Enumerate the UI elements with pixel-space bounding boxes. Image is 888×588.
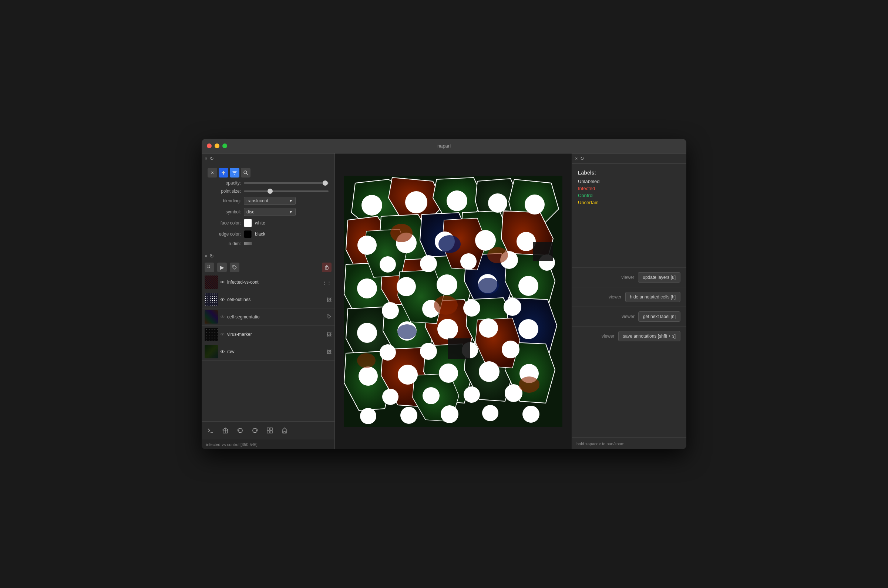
opacity-slider[interactable] <box>244 182 329 184</box>
svg-point-51 <box>446 190 467 211</box>
symbol-row: symbol: disc ▼ <box>204 206 332 218</box>
svg-point-99 <box>487 247 508 263</box>
svg-point-79 <box>420 343 437 360</box>
face-color-swatch[interactable] <box>244 219 252 227</box>
svg-point-52 <box>488 194 507 213</box>
save-annotations-btn[interactable]: save annotations [shfit + s] <box>618 331 681 341</box>
svg-point-53 <box>525 195 545 214</box>
layer-row[interactable]: 👁 raw 🖼 <box>202 343 335 361</box>
properties-section: × + opacity <box>202 164 335 251</box>
layer-type-icon: ⋮⋮ <box>322 280 332 285</box>
window-title: napari <box>437 143 451 148</box>
panel-refresh-icon[interactable]: ↻ <box>210 156 214 161</box>
layer-type-icon: 🖼 <box>327 297 332 303</box>
grid-btn[interactable] <box>264 424 276 436</box>
svg-rect-15 <box>267 431 269 433</box>
minimize-button[interactable] <box>215 144 219 148</box>
svg-rect-17 <box>284 432 285 433</box>
symbol-dropdown[interactable]: disc ▼ <box>244 208 296 216</box>
svg-point-50 <box>405 191 427 213</box>
face-color-label: face color: <box>207 220 241 226</box>
face-color-name: white <box>255 220 265 226</box>
layer-name: cell-outlines <box>227 297 325 302</box>
console-btn[interactable] <box>204 424 216 436</box>
filter-btn[interactable] <box>230 168 239 177</box>
svg-point-76 <box>479 318 498 338</box>
svg-point-95 <box>523 406 539 423</box>
layers-close-icon[interactable]: × <box>204 254 207 259</box>
svg-point-4 <box>207 267 209 268</box>
point-size-thumb[interactable] <box>267 189 273 194</box>
opacity-row: opacity: <box>204 179 332 187</box>
svg-point-93 <box>441 405 458 423</box>
layer-row[interactable]: 👁 infected-vs-cont ⋮⋮ <box>202 274 335 291</box>
svg-point-78 <box>380 344 396 361</box>
canvas-area[interactable] <box>335 153 572 449</box>
maximize-button[interactable] <box>222 144 227 148</box>
close-button[interactable] <box>207 144 212 148</box>
viewer-label-1: viewer <box>609 294 622 300</box>
titlebar: napari <box>202 139 686 153</box>
svg-point-89 <box>464 387 480 403</box>
label-infected: Infected <box>578 186 681 191</box>
close-btn[interactable]: × <box>207 168 217 177</box>
svg-point-66 <box>437 274 457 295</box>
search-btn[interactable] <box>241 168 251 177</box>
visibility-icon[interactable]: 👁 <box>220 280 225 285</box>
svg-point-65 <box>397 277 416 296</box>
visibility-icon[interactable]: 👁 <box>220 297 225 303</box>
add-btn[interactable]: + <box>219 168 228 177</box>
svg-rect-13 <box>267 428 269 430</box>
right-panel-close-icon[interactable]: × <box>575 156 578 161</box>
ndim-label: n-dim: <box>207 241 241 246</box>
update-layers-btn[interactable]: update layers [u] <box>638 272 681 282</box>
home-btn[interactable] <box>279 424 290 436</box>
layer-row[interactable]: 👁 cell-outlines 🖼 <box>202 291 335 308</box>
layers-refresh-icon[interactable]: ↻ <box>210 254 214 259</box>
tag-btn[interactable] <box>230 262 239 272</box>
ndim-row: n-dim: <box>204 240 332 248</box>
svg-point-72 <box>503 298 521 316</box>
visibility-icon[interactable]: 👁 <box>220 332 225 337</box>
svg-point-103 <box>439 235 461 253</box>
svg-point-92 <box>400 407 417 424</box>
cells-svg <box>344 176 562 427</box>
arrow-btn[interactable]: ▶ <box>217 262 227 272</box>
layer-row[interactable]: 👁 virus-marker 🖼 <box>202 326 335 343</box>
ndim-swatch[interactable] <box>244 242 252 245</box>
label-control: Control <box>578 193 681 198</box>
svg-line-1 <box>246 174 248 175</box>
blending-dropdown[interactable]: translucent ▼ <box>244 197 296 205</box>
undo-btn[interactable] <box>234 424 246 436</box>
hide-annotated-btn[interactable]: hide annotated cells [h] <box>625 292 681 302</box>
svg-point-6 <box>233 266 234 267</box>
svg-point-3 <box>209 266 210 267</box>
layer-type-icon: 🖼 <box>327 349 332 355</box>
svg-point-73 <box>357 323 377 343</box>
delete-layer-btn[interactable] <box>322 262 332 272</box>
main-content: × ↻ × + <box>202 153 686 449</box>
visibility-icon[interactable]: 👁 <box>220 314 225 320</box>
blending-label: blending: <box>207 198 241 203</box>
status-bar: infected-vs-control [350 546] <box>202 439 335 449</box>
visibility-icon[interactable]: 👁 <box>220 349 225 355</box>
svg-point-71 <box>463 300 480 316</box>
opacity-thumb[interactable] <box>323 180 328 186</box>
point-size-slider[interactable] <box>244 190 329 192</box>
package-btn[interactable] <box>219 424 231 436</box>
edge-color-swatch[interactable] <box>244 230 252 238</box>
label-unlabeled: Unlabeled <box>578 178 681 184</box>
layer-row[interactable]: 👁 cell-segmentatio <box>202 308 335 326</box>
layer-name: cell-segmentatio <box>227 314 324 320</box>
right-panel-refresh-icon[interactable]: ↻ <box>580 156 584 161</box>
svg-point-2 <box>207 266 209 267</box>
panel-close-icon[interactable]: × <box>204 156 207 161</box>
layer-thumbnail <box>204 276 218 289</box>
redo-btn[interactable] <box>249 424 261 436</box>
action-row-1: viewer hide annotated cells [h] <box>572 287 686 307</box>
microscopy-image <box>344 176 562 427</box>
svg-point-85 <box>479 361 499 382</box>
blending-row: blending: translucent ▼ <box>204 195 332 206</box>
get-next-label-btn[interactable]: get next label [n] <box>638 311 681 322</box>
dots-grid-btn[interactable] <box>204 262 214 272</box>
